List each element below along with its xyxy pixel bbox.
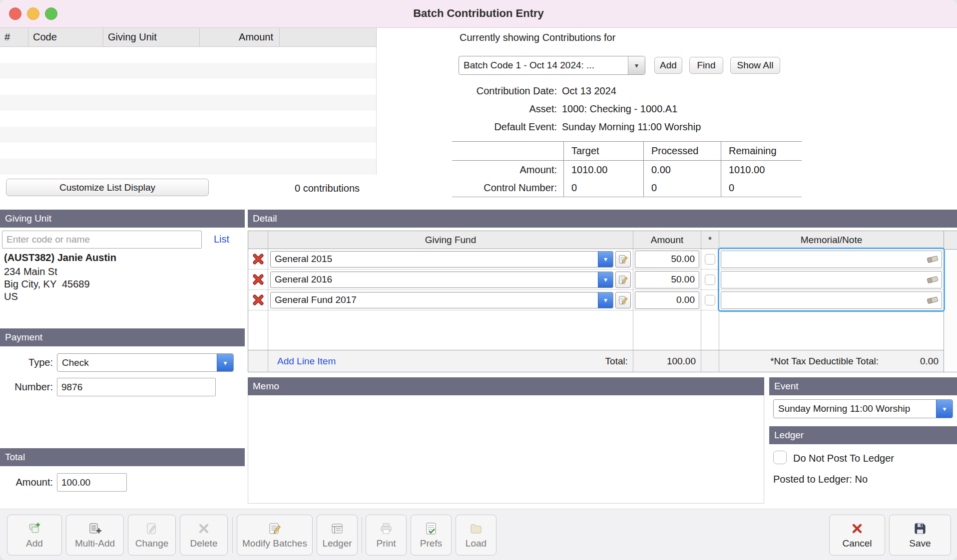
batch-select[interactable]: Batch Code 1 - Oct 14 2024: ... ▾ — [459, 56, 645, 75]
detail-total-value: 100.00 — [667, 356, 696, 367]
load-icon — [469, 522, 483, 536]
modify-batches-button[interactable]: Modify Batches — [237, 515, 313, 556]
memorial-note-field[interactable] — [721, 251, 942, 268]
summary-amount-label: Amount: — [452, 161, 563, 179]
column-header-amount[interactable]: Amount — [200, 28, 280, 46]
add-line-item-link[interactable]: Add Line Item — [268, 356, 336, 367]
print-button[interactable]: Print — [366, 515, 407, 556]
cancel-button[interactable]: Cancel — [829, 515, 885, 556]
column-header-number[interactable]: # — [0, 28, 28, 46]
summary-control-remaining: 0 — [721, 179, 802, 197]
prefs-button[interactable]: Prefs — [411, 515, 452, 556]
contribution-date-value: Oct 13 2024 — [562, 85, 616, 97]
list-row — [0, 127, 376, 143]
payment-type-value: Check — [57, 354, 217, 371]
giving-unit-search-input[interactable] — [2, 231, 202, 249]
contribution-list — [0, 47, 377, 175]
memorial-note-field[interactable] — [721, 271, 942, 288]
eraser-icon[interactable] — [926, 275, 939, 284]
pencil-note-icon — [618, 295, 628, 305]
close-button[interactable] — [9, 7, 21, 20]
eraser-icon[interactable] — [926, 255, 939, 264]
column-header-code[interactable]: Code — [28, 28, 103, 46]
payment-number-input[interactable] — [57, 378, 216, 396]
detail-empty-cell — [633, 310, 701, 350]
edit-fund-button[interactable] — [615, 251, 631, 268]
add-batch-button[interactable]: Add — [654, 57, 682, 74]
zoom-button[interactable] — [45, 7, 57, 20]
contribution-list-header: # Code Giving Unit Amount — [0, 28, 377, 47]
save-button[interactable]: Save — [889, 515, 951, 556]
payment-type-select[interactable]: Check ▾ — [57, 353, 234, 372]
delete-line-button[interactable] — [251, 272, 266, 287]
giving-fund-select[interactable]: General 2015 ▾ — [270, 251, 613, 268]
summary-col-target: Target — [563, 142, 643, 161]
not-tax-deductible-checkbox[interactable] — [705, 254, 715, 265]
summary-corner-cell — [452, 142, 563, 161]
memorial-note-field[interactable] — [721, 291, 942, 309]
minimize-button[interactable] — [27, 7, 39, 20]
save-icon — [913, 522, 927, 536]
giving-fund-select[interactable]: General 2016 ▾ — [270, 272, 613, 288]
column-header-giving-unit[interactable]: Giving Unit — [103, 28, 200, 46]
change-button[interactable]: Change — [128, 515, 176, 556]
not-tax-deductible-checkbox[interactable] — [705, 275, 715, 285]
default-event-label: Default Event: — [437, 121, 557, 133]
detail-section-header: Detail — [248, 210, 957, 228]
detail-table: Giving Fund Amount * Memorial/Note Gener… — [248, 231, 944, 372]
line-amount-field[interactable]: 50.00 — [635, 271, 699, 288]
find-batch-button[interactable]: Find — [689, 57, 723, 74]
line-amount-field[interactable]: 0.00 — [635, 291, 699, 309]
chevron-down-icon: ▾ — [598, 292, 613, 308]
not-tax-deductible-checkbox[interactable] — [705, 295, 715, 305]
red-x-icon — [252, 273, 265, 286]
list-link[interactable]: List — [214, 234, 229, 245]
bottom-toolbar: Add Multi-Add Change Delete Modify Batch… — [0, 509, 957, 560]
show-all-button[interactable]: Show All — [730, 57, 780, 74]
ledger-button[interactable]: Ledger — [317, 515, 358, 556]
print-icon — [379, 522, 393, 536]
line-amount-field[interactable]: 50.00 — [635, 251, 699, 268]
memo-textarea[interactable] — [248, 395, 764, 504]
memo-section-header: Memo — [248, 377, 764, 395]
list-row — [0, 111, 376, 127]
delete-button[interactable]: Delete — [180, 515, 228, 556]
eraser-icon[interactable] — [926, 295, 939, 304]
total-amount-input[interactable] — [57, 473, 127, 492]
delete-icon — [197, 522, 211, 536]
payment-section-header: Payment — [0, 328, 245, 346]
edit-fund-button[interactable] — [615, 272, 631, 288]
event-section-header: Event — [769, 377, 957, 395]
add-button[interactable]: Add — [7, 515, 62, 556]
delete-line-button[interactable] — [251, 292, 266, 307]
summary-amount-processed: 0.00 — [643, 161, 721, 179]
list-row — [0, 63, 376, 79]
red-x-icon — [252, 293, 265, 306]
detail-amount-column-header: Amount — [633, 231, 701, 249]
detail-empty-cell — [719, 310, 944, 350]
giving-unit-address-line: US — [4, 291, 18, 302]
payment-number-label: Number: — [0, 378, 53, 396]
giving-unit-name: (AUST382) Janie Austin — [4, 252, 116, 264]
contribution-count: 0 contributions — [261, 183, 394, 194]
not-tax-deductible-total-value: 0.00 — [879, 356, 939, 367]
customize-list-display-button[interactable]: Customize List Display — [6, 179, 209, 196]
detail-star-column-header: * — [701, 231, 719, 249]
detail-memo-column-header: Memorial/Note — [719, 231, 944, 249]
event-select[interactable]: Sunday Morning 11:00 Worship ▾ — [773, 399, 953, 418]
list-row — [0, 79, 376, 95]
load-button[interactable]: Load — [456, 515, 496, 556]
detail-scrollbar-track — [944, 231, 957, 372]
giving-fund-select[interactable]: General Fund 2017 ▾ — [270, 292, 613, 308]
chevron-down-icon: ▾ — [217, 354, 233, 371]
delete-line-button[interactable] — [251, 252, 266, 267]
multi-add-button[interactable]: Multi-Add — [66, 515, 124, 556]
batch-summary-table: Target Processed Remaining Amount: 1010.… — [452, 141, 802, 197]
do-not-post-label: Do Not Post To Ledger — [793, 453, 894, 464]
list-row — [0, 143, 376, 159]
do-not-post-checkbox[interactable] — [773, 451, 787, 464]
toolbar-separator — [362, 517, 362, 553]
asset-label: Asset: — [437, 103, 557, 115]
edit-fund-button[interactable] — [615, 292, 631, 308]
add-icon — [27, 522, 41, 536]
